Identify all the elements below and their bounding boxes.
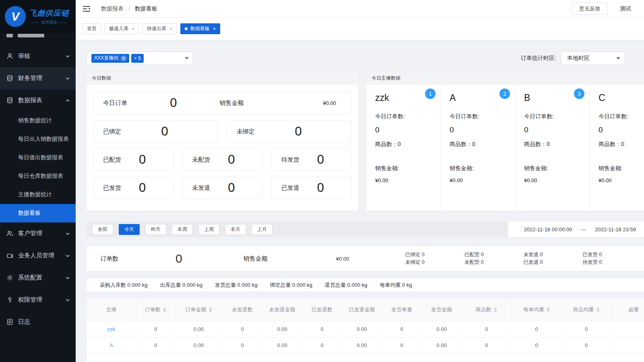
col-unreturned: 未发退数	[222, 299, 262, 321]
sidebar-item-label: 财务管理	[18, 74, 65, 82]
shipped-box: 已发货0	[93, 177, 173, 199]
table-row: A 0 0.00 0 0.00 0 0.00 0 0.00 0 0 0	[87, 337, 644, 353]
metric-returns: 退货总量 0.000 kg	[325, 282, 367, 289]
briefcase-icon	[6, 252, 13, 259]
brand-logo-icon: V	[5, 6, 26, 27]
sidebar-item-daily-lend[interactable]: 每日借出数据报表	[0, 148, 76, 167]
sort-icon[interactable]	[494, 307, 497, 312]
sidebar: V 飞彪供应链 管理系统 审核 财务管理 数据报表 销售数据统计 每日出入销数据…	[0, 0, 76, 362]
sidebar-item-label: 业务人员管理	[18, 252, 65, 259]
streamer-column: C 今日订单数: 0 商品数：0 销售金额: ¥0.00	[590, 84, 644, 211]
collapse-sidebar-icon[interactable]	[83, 6, 91, 12]
sidebar-item-system[interactable]: 系统配置	[0, 267, 76, 289]
user-icon	[6, 53, 13, 60]
chevron-down-icon	[616, 57, 620, 60]
col-returned: 已发退数	[302, 299, 342, 321]
sort-icon[interactable]	[163, 307, 166, 312]
table-header-row: 主播 订单数 订单金额 未发退数 未发退金额 已发退数 已发退金额 发货单量 发…	[87, 299, 644, 321]
sidebar-item-reports[interactable]: 数据报表	[0, 89, 76, 111]
active-dot-icon	[185, 27, 188, 30]
tag-close-icon[interactable]: ×	[121, 56, 126, 61]
feedback-button[interactable]: 意见反馈	[572, 2, 608, 15]
col-unreturned-amount: 未发退金额	[262, 299, 302, 321]
col-returned-amount: 已发退金额	[342, 299, 382, 321]
sidebar-item-sales-stats[interactable]: 销售数据统计	[0, 111, 76, 130]
chevron-down-icon	[65, 276, 70, 280]
sort-icon[interactable]	[209, 307, 212, 312]
sidebar-item-label: 系统配置	[18, 274, 65, 282]
date-range-bar: 全部 今天 昨天 本周 上周 本月 上月 2022-11-18 00:00:00…	[87, 222, 644, 237]
sidebar-item-label: 权限管理	[18, 296, 65, 304]
tab-bar: 首页 极速入库× 快速出库× 数据看板×	[76, 18, 644, 40]
timezone-label: 订单统计时区:	[521, 55, 556, 62]
brand-title: 飞彪供应链	[29, 8, 69, 19]
col-ship-count: 发货单量	[382, 299, 422, 321]
sidebar-item-audit[interactable]: 审核	[0, 45, 76, 67]
col-order-amount[interactable]: 订单金额	[175, 299, 222, 321]
sidebar-item-staff[interactable]: 业务人员管理	[0, 245, 76, 267]
unreturned-box: 未发退0	[182, 177, 262, 199]
table-row: zzk 0 0.00 0 0.00 0 0.00 0 0.00 0 0 0	[87, 321, 644, 337]
main-content: XXX直播间 × + 5 订单统计时区: 本地时区 今日数据 今日订单 0 销售…	[76, 40, 644, 362]
allocated-box: 已配货0	[93, 148, 173, 171]
users-icon	[6, 230, 13, 237]
gear-icon	[6, 274, 13, 281]
close-icon[interactable]: ×	[169, 26, 172, 32]
sidebar-item-finance[interactable]: 财务管理	[0, 67, 76, 89]
metric-shipped: 发货总量 0.000 kg	[215, 282, 258, 289]
date-end: 2022-11-18 23:59	[595, 226, 636, 232]
col-goods[interactable]: 商品数	[461, 299, 512, 321]
range-thismonth-button[interactable]: 本月	[225, 224, 246, 235]
metric-bound: 绑定总量 0.000 kg	[270, 282, 313, 289]
sort-icon[interactable]	[597, 307, 600, 312]
to-ship-box: 待发货0	[271, 148, 352, 171]
date-separator: —	[581, 226, 586, 232]
streamer-column: 2 A 今日订单数: 0 商品数：0 销售金额: ¥0.00	[441, 84, 515, 211]
tab-home[interactable]: 首页	[83, 23, 101, 34]
rank-badge: 3	[574, 88, 584, 99]
col-orders[interactable]: 订单数	[136, 299, 175, 321]
chevron-down-icon	[65, 76, 70, 81]
summary-pair-bound: 已绑定 0未绑定 0	[405, 251, 425, 266]
timezone-select[interactable]: 本地时区	[561, 51, 625, 65]
sidebar-submenu-reports: 销售数据统计 每日出入销数据报表 每日借出数据报表 每日仓库数据报表 主播数据统…	[0, 111, 76, 222]
sidebar-item-streamer-stats[interactable]: 主播数据统计	[0, 185, 76, 204]
sidebar-item-label: 审核	[18, 52, 65, 60]
unallocated-box: 未配货0	[182, 148, 262, 171]
range-thisweek-button[interactable]: 本周	[172, 224, 193, 235]
close-icon[interactable]: ×	[213, 26, 216, 32]
user-name[interactable]: 测试	[620, 5, 644, 12]
sidebar-item-daily-inout[interactable]: 每日出入销数据报表	[0, 130, 76, 148]
sidebar-item-daily-warehouse[interactable]: 每日仓库数据报表	[0, 167, 76, 185]
bound-box: 已绑定0	[93, 120, 218, 143]
col-avg-goods-weight[interactable]: 商品均重	[561, 299, 611, 321]
sidebar-item-logs[interactable]: 日志	[0, 311, 76, 333]
sidebar-item-customers[interactable]: 客户管理	[0, 222, 76, 245]
today-card-title: 今日数据	[87, 72, 358, 84]
range-all-button[interactable]: 全部	[92, 224, 113, 235]
sidebar-menu: 审核 财务管理 数据报表 销售数据统计 每日出入销数据报表 每日借出数据报表 每…	[0, 33, 76, 362]
tab-dashboard[interactable]: 数据看板×	[180, 23, 220, 34]
range-lastweek-button[interactable]: 上周	[198, 224, 219, 235]
room-multiselect[interactable]: XXX直播间 × + 5	[87, 51, 193, 65]
brand-subtitle: 管理系统	[29, 20, 69, 25]
range-today-button[interactable]: 今天	[119, 224, 140, 235]
chevron-down-icon	[65, 54, 70, 59]
sidebar-item-permission[interactable]: 权限管理	[0, 289, 76, 311]
sort-icon[interactable]	[547, 307, 550, 312]
range-lastmonth-button[interactable]: 上月	[252, 224, 272, 235]
date-range-picker[interactable]: 2022-11-18 00:00:00 — 2022-11-18 23:59	[508, 222, 644, 237]
range-yesterday-button[interactable]: 昨天	[145, 224, 166, 235]
sidebar-item-dashboard[interactable]: 数据看板	[0, 204, 76, 222]
today-sales-value: ¥0.00	[244, 100, 342, 106]
streamer-table: 主播 订单数 订单金额 未发退数 未发退金额 已发退数 已发退金额 发货单量 发…	[87, 299, 644, 362]
tab-fast-outbound[interactable]: 快速出库×	[142, 23, 177, 34]
summary-orders-label: 订单数	[100, 255, 118, 263]
close-icon[interactable]: ×	[132, 26, 134, 32]
chevron-down-icon	[65, 253, 70, 258]
tab-fast-inbound[interactable]: 极速入库×	[105, 23, 139, 34]
log-icon	[6, 319, 13, 325]
col-avg-order-weight[interactable]: 每单均重	[512, 299, 561, 321]
streamer-link[interactable]: zzk	[87, 321, 136, 337]
streamer-link[interactable]: A	[87, 337, 136, 353]
